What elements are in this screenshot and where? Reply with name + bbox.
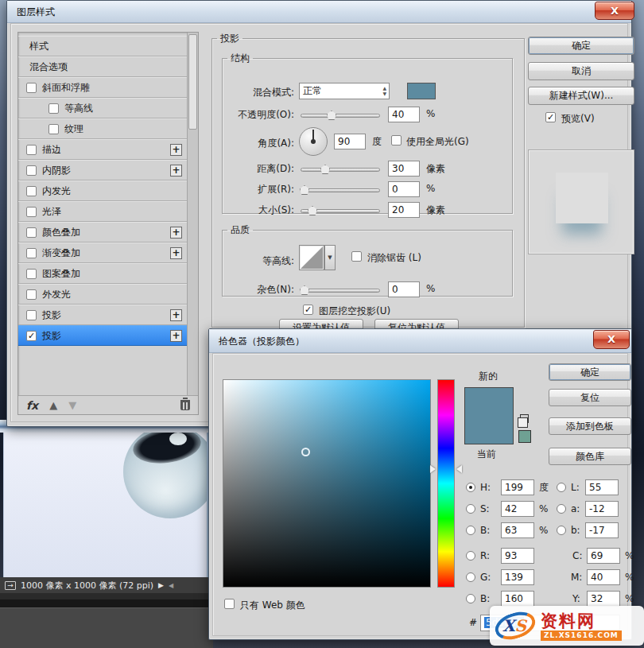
layer-style-titlebar[interactable]: 图层样式 [7, 1, 631, 23]
sidebar-item-inner-shadow[interactable]: 内阴影 + [18, 160, 187, 180]
cancel-button[interactable]: 取消 [528, 62, 634, 80]
sidebar-item-bevel-emboss[interactable]: 斜面和浮雕 [18, 77, 187, 98]
c-input[interactable]: 69 [587, 548, 620, 564]
move-down-icon[interactable]: ▼ [68, 399, 76, 411]
sidebar-item-drop-shadow[interactable]: 投影 + [18, 305, 187, 325]
checkbox[interactable] [26, 227, 37, 238]
opacity-input[interactable]: 40 [388, 107, 420, 122]
plus-icon[interactable]: + [170, 309, 182, 321]
color-marker[interactable] [301, 448, 310, 456]
spread-slider[interactable] [301, 188, 380, 192]
distance-slider-handle[interactable] [320, 165, 330, 174]
fx-icon[interactable]: fx [26, 399, 38, 412]
checkbox[interactable] [48, 103, 59, 114]
checkbox[interactable] [26, 145, 37, 155]
checkbox[interactable] [26, 207, 37, 217]
size-slider[interactable] [301, 209, 380, 213]
plus-icon[interactable]: + [170, 165, 182, 177]
checkbox[interactable] [26, 310, 37, 320]
checkbox[interactable] [26, 269, 37, 279]
g-input[interactable]: 139 [501, 569, 534, 585]
noise-slider[interactable] [301, 289, 380, 293]
status-rewind-icon[interactable]: ◀ [169, 582, 173, 589]
sidebar-item-color-overlay[interactable]: 颜色叠加 + [18, 222, 187, 243]
plus-icon[interactable]: + [170, 330, 182, 342]
close-icon[interactable]: X [593, 330, 630, 349]
r-radio[interactable] [466, 551, 475, 561]
web-only-checkbox[interactable] [224, 599, 235, 609]
sidebar-item-contour[interactable]: 等高线 [18, 98, 187, 118]
b-input[interactable]: 63 [501, 522, 534, 538]
plus-icon[interactable]: + [170, 247, 182, 259]
contour-dropdown-icon[interactable]: ▼ [324, 245, 336, 270]
hue-slider-handle[interactable] [456, 465, 462, 473]
hue-slider-handle[interactable] [430, 465, 436, 473]
opacity-slider[interactable] [301, 114, 380, 118]
ok-button[interactable]: 确定 [528, 37, 634, 55]
checkbox[interactable] [26, 83, 37, 93]
s-radio[interactable] [466, 504, 475, 514]
web-color-swatch[interactable] [518, 430, 531, 443]
contour-thumbnail[interactable] [299, 245, 324, 270]
noise-slider-handle[interactable] [300, 285, 309, 295]
r-input[interactable]: 93 [501, 548, 534, 564]
b-radio[interactable] [466, 526, 475, 535]
sidebar-item-blending-options[interactable]: 混合选项 [18, 56, 187, 77]
shadow-color-swatch[interactable] [407, 83, 436, 99]
scrollbar[interactable] [187, 33, 198, 395]
color-libraries-button[interactable]: 颜色库 [549, 448, 631, 465]
knockout-checkbox[interactable]: ✓ [303, 305, 313, 315]
s-input[interactable]: 42 [501, 501, 534, 517]
g-radio[interactable] [466, 572, 475, 582]
sidebar-item-pattern-overlay[interactable]: 图案叠加 [18, 263, 187, 284]
a-radio[interactable] [557, 504, 566, 514]
delete-style-icon[interactable] [180, 400, 190, 410]
a-input[interactable]: -12 [585, 501, 619, 517]
sidebar-item-drop-shadow-selected[interactable]: ✓ 投影 + [18, 325, 187, 346]
sidebar-item-inner-glow[interactable]: 内发光 [18, 180, 187, 201]
h-radio[interactable] [466, 483, 475, 492]
add-to-swatches-button[interactable]: 添加到色板 [549, 417, 631, 435]
rgb-b-radio[interactable] [466, 594, 475, 603]
m-input[interactable]: 40 [587, 569, 620, 585]
noise-input[interactable]: 0 [388, 281, 420, 297]
l-radio[interactable] [557, 483, 566, 492]
y-input[interactable]: 32 [587, 591, 620, 607]
scrollbar-thumb[interactable] [188, 34, 197, 130]
antialias-checkbox[interactable] [351, 251, 362, 262]
status-share-icon[interactable]: → [5, 581, 16, 590]
sidebar-item-stroke[interactable]: 描边 + [18, 139, 187, 160]
checkbox[interactable] [26, 289, 37, 300]
preview-checkbox[interactable]: ✓ [545, 112, 556, 122]
spinner-icon[interactable]: ▲▼ [382, 85, 386, 96]
checkbox[interactable] [26, 186, 37, 196]
sidebar-item-gradient-overlay[interactable]: 渐变叠加 + [18, 243, 187, 263]
color-picker-titlebar[interactable]: 拾色器（投影颜色） [209, 329, 631, 353]
distance-input[interactable]: 30 [388, 161, 420, 177]
sidebar-item-satin[interactable]: 光泽 [18, 201, 187, 222]
distance-slider[interactable] [301, 168, 380, 172]
size-slider-handle[interactable] [308, 206, 317, 215]
sidebar-item-outer-glow[interactable]: 外发光 [18, 284, 187, 305]
blend-mode-select[interactable]: 正常 ▲▼ [299, 83, 390, 99]
checkbox[interactable] [26, 248, 37, 258]
status-play-icon[interactable]: ▶ [158, 581, 164, 589]
checkbox[interactable] [48, 124, 59, 134]
sidebar-item-styles[interactable]: 样式 [18, 36, 187, 56]
global-light-checkbox[interactable] [391, 135, 402, 146]
checkbox-checked[interactable]: ✓ [26, 331, 37, 341]
new-style-button[interactable]: 新建样式(W)... [528, 87, 634, 105]
reset-button[interactable]: 复位 [549, 389, 631, 406]
gamut-cube-icon[interactable] [520, 414, 529, 423]
close-icon[interactable]: X [595, 2, 634, 20]
plus-icon[interactable]: + [170, 227, 182, 239]
spread-input[interactable]: 0 [388, 181, 420, 197]
move-up-icon[interactable]: ▲ [49, 399, 57, 411]
h-input[interactable]: 199 [501, 479, 534, 495]
size-input[interactable]: 20 [388, 202, 420, 218]
opacity-slider-handle[interactable] [327, 111, 336, 120]
lab-b-input[interactable]: -17 [585, 522, 619, 538]
sidebar-item-texture[interactable]: 纹理 [18, 118, 187, 139]
rgb-b-input[interactable]: 160 [501, 591, 534, 607]
checkbox[interactable] [26, 165, 37, 176]
